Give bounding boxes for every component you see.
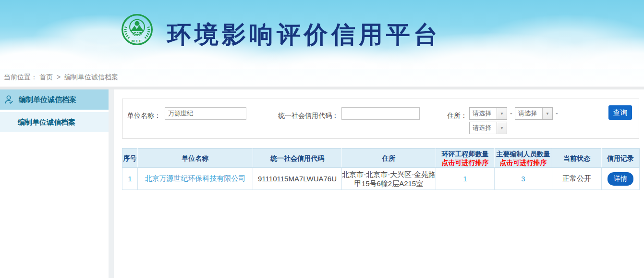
cell-status: 正常公开 [552,168,602,190]
sort-hint-label: 点击可进行排序 [436,158,494,167]
city-select-value: 请选择 [515,108,542,119]
main-content: 单位名称： 统一社会信用代码： 住所： 请选择 ▼ - 请选择 ▼ - 请选择 … [114,89,644,278]
company-name-label: 单位名称： [127,109,161,122]
cell-engineer-count: 1 [436,168,495,190]
sidebar: 编制单位诚信档案 编制单位诚信档案 [0,89,109,278]
cell-company-name: 北京万源世纪环保科技有限公司 [138,168,253,190]
address-label: 住所： [445,109,467,122]
col-header-engineer-count-sort[interactable]: 环评工程师数量 点击可进行排序 [436,149,495,168]
page: MEE 环境影响评价信用平台 当前位置：首页 > 编制单位诚信档案 编制单位诚信… [0,0,644,278]
credit-code-label: 统一社会信用代码： [267,109,339,122]
district-select-value: 请选择 [470,122,497,134]
table-header-row: 序号 单位名称 统一社会信用代码 住所 环评工程师数量 点击可进行排序 主要编制… [122,149,640,168]
district-select[interactable]: 请选择 ▼ [469,122,507,134]
breadcrumb-separator: > [57,73,61,81]
site-header: MEE 环境影响评价信用平台 [0,0,644,69]
breadcrumb-prefix: 当前位置： [4,73,37,81]
results-table: 序号 单位名称 统一社会信用代码 住所 环评工程师数量 点击可进行排序 主要编制… [122,148,640,190]
breadcrumb-home-link[interactable]: 首页 [39,73,53,81]
table-row: 1 北京万源世纪环保科技有限公司 91110115MA7LWUA76U 北京市-… [122,168,640,190]
breadcrumb: 当前位置：首页 > 编制单位诚信档案 [4,73,120,82]
col-header-company-name: 单位名称 [138,149,253,168]
sidebar-subitem-unit-credit-archive[interactable]: 编制单位诚信档案 [0,112,109,132]
cell-credit-code: 91110115MA7LWUA76U [253,168,342,190]
staff-count-link[interactable]: 3 [521,175,525,183]
col-header-address: 住所 [342,149,436,168]
col-header-status: 当前状态 [552,149,602,168]
chevron-down-icon[interactable]: ▼ [497,108,507,119]
city-select[interactable]: 请选择 ▼ [515,107,553,120]
col-header-staff-count-sort[interactable]: 主要编制人员数量 点击可进行排序 [495,149,552,168]
cell-address: 北京市-北京市-大兴区-金苑路 甲15号6幢2层A215室 [342,168,436,190]
sidebar-main-gap [109,89,114,278]
col-header-engineer-count-label: 环评工程师数量 [436,150,494,158]
user-check-icon [4,94,14,105]
search-form: 单位名称： 统一社会信用代码： 住所： 请选择 ▼ - 请选择 ▼ - 请选择 … [122,99,639,139]
detail-button[interactable]: 详情 [608,172,633,186]
sidebar-subitem-label: 编制单位诚信档案 [0,118,75,127]
chevron-down-icon[interactable]: ▼ [542,108,552,119]
svg-text:MEE: MEE [132,39,143,43]
sort-hint-label: 点击可进行排序 [495,158,552,167]
credit-code-input[interactable] [341,107,420,120]
engineer-count-link[interactable]: 1 [463,175,467,183]
cell-credit-record: 详情 [602,168,640,190]
sidebar-item-label: 编制单位诚信档案 [19,95,76,104]
province-select[interactable]: 请选择 ▼ [469,107,507,120]
chevron-down-icon[interactable]: ▼ [497,122,507,134]
cell-index: 1 [122,168,138,190]
page-title: 环境影响评价信用平台 [167,20,441,49]
breadcrumb-current: 编制单位诚信档案 [64,73,118,81]
dash-separator: - [556,107,558,120]
col-header-index: 序号 [122,149,138,168]
query-button[interactable]: 查询 [608,105,632,120]
col-header-credit-record: 信用记录 [602,149,640,168]
company-name-input[interactable] [165,107,246,120]
mee-logo-icon: MEE [121,13,153,46]
cell-staff-count: 3 [495,168,552,190]
company-name-link[interactable]: 北京万源世纪环保科技有限公司 [145,174,246,182]
province-select-value: 请选择 [470,108,497,119]
dash-separator: - [510,107,512,120]
col-header-credit-code: 统一社会信用代码 [253,149,342,168]
sidebar-item-unit-credit-archive[interactable]: 编制单位诚信档案 [0,89,109,110]
col-header-staff-count-label: 主要编制人员数量 [495,150,552,158]
breadcrumb-bar: 当前位置：首页 > 编制单位诚信档案 [0,69,644,87]
